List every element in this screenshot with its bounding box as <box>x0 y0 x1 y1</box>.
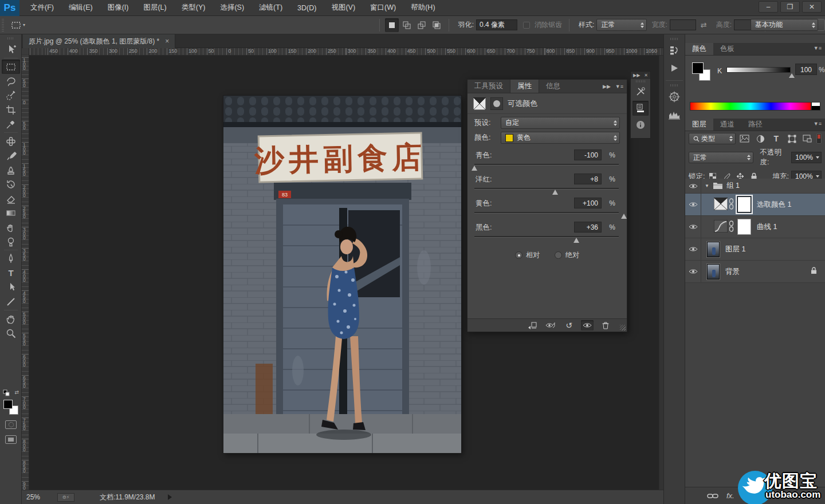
tool-brush[interactable] <box>2 148 20 163</box>
tab-properties[interactable]: 属性 <box>510 80 539 93</box>
close-dock-icon[interactable]: ✕ <box>644 73 648 78</box>
blend-mode-dropdown[interactable]: 正常 <box>689 152 753 163</box>
document-size-info[interactable]: 文档:11.9M/23.8M <box>100 493 155 502</box>
slider-thumb[interactable] <box>552 190 558 195</box>
layer-row-图层 1[interactable]: 图层 1 <box>685 238 825 261</box>
selection-mode-subtract[interactable] <box>415 18 429 32</box>
layer-visibility-toggle[interactable] <box>685 238 701 260</box>
menu-item-11[interactable]: 帮助(H) <box>403 0 442 15</box>
tool-zoom[interactable] <box>2 326 20 340</box>
reset-icon[interactable]: ↺ <box>563 320 575 330</box>
menu-item-7[interactable]: 滤镜(T) <box>252 0 290 15</box>
panel-menu-icon[interactable]: ▼≡ <box>615 84 623 89</box>
navigator-panel-icon[interactable] <box>666 89 682 104</box>
histogram-panel-icon[interactable] <box>666 107 682 122</box>
tool-stamp[interactable] <box>2 163 20 177</box>
view-previous-state-icon[interactable] <box>544 320 557 330</box>
k-slider-thumb[interactable] <box>789 73 795 78</box>
slider-value-box[interactable]: -100 <box>574 149 602 160</box>
slider-track[interactable] <box>474 212 619 214</box>
tool-eraser[interactable] <box>2 191 20 206</box>
tool-history-brush[interactable] <box>2 177 20 191</box>
layer-visibility-toggle[interactable] <box>685 179 701 193</box>
tab-color[interactable]: 颜色 <box>685 43 713 55</box>
clip-to-layer-icon[interactable] <box>526 320 539 330</box>
tab-paths[interactable]: 路径 <box>741 119 769 131</box>
tab-layers[interactable]: 图层 <box>685 119 713 131</box>
tool-type[interactable]: T <box>2 266 20 280</box>
tab-close-icon[interactable]: × <box>164 37 170 45</box>
layer-visibility-toggle[interactable] <box>685 194 701 215</box>
status-popup-arrow-icon[interactable] <box>168 494 172 500</box>
filter-type-layers-icon[interactable]: T <box>769 133 783 144</box>
slider-value-box[interactable]: +36 <box>574 222 602 233</box>
mask-icon[interactable] <box>490 97 503 110</box>
layer-thumbnail[interactable] <box>707 242 720 257</box>
swap-dimensions-icon[interactable]: ⇄ <box>701 21 707 29</box>
tool-dodge[interactable] <box>2 234 20 249</box>
layer-mask-thumbnail[interactable] <box>737 196 751 212</box>
menu-item-3[interactable]: 图像(I) <box>100 0 136 15</box>
menu-item-8[interactable]: 3D(D) <box>290 0 324 15</box>
opacity-value[interactable]: 100% <box>791 152 822 163</box>
layer-row-组 1[interactable]: ▼组 1 <box>685 179 825 194</box>
group-expand-caret[interactable]: ▼ <box>705 183 709 188</box>
menu-item-2[interactable]: 编辑(E) <box>61 0 100 15</box>
slider-value-box[interactable]: +8 <box>574 174 602 184</box>
feather-input[interactable]: 0.4 像素 <box>476 19 517 30</box>
layer-row-曲线 1[interactable]: 曲线 1 <box>685 216 825 238</box>
selection-mode-intersect[interactable] <box>430 18 443 32</box>
properties-panel-icon[interactable] <box>632 101 649 116</box>
screen-mode-button[interactable] <box>5 435 17 444</box>
k-value-box[interactable]: 100 <box>795 64 817 75</box>
quick-mask-button[interactable] <box>5 420 17 429</box>
tab-swatches[interactable]: 色板 <box>713 43 741 55</box>
menu-item-6[interactable]: 选择(S) <box>213 0 252 15</box>
menu-item-9[interactable]: 视图(V) <box>324 0 363 15</box>
vertical-scrollbar[interactable] <box>659 56 663 490</box>
layer-row-选取颜色 1[interactable]: 选取颜色 1 <box>685 194 825 216</box>
menu-item-10[interactable]: 窗口(W) <box>363 0 403 15</box>
layer-visibility-toggle[interactable] <box>685 216 701 238</box>
panel-menu-icon[interactable]: ▼≡ <box>814 43 825 55</box>
tab-info[interactable]: 信息 <box>539 80 567 93</box>
filter-adjustment-layers-icon[interactable] <box>754 133 767 144</box>
slider-thumb[interactable] <box>472 166 477 171</box>
layer-visibility-toggle[interactable] <box>685 261 701 282</box>
tool-preset-button[interactable]: ▾ <box>9 18 27 32</box>
color-spectrum-bar[interactable] <box>690 102 811 111</box>
tool-hand[interactable] <box>2 312 20 326</box>
selection-mode-new[interactable] <box>385 18 399 32</box>
horizontal-ruler[interactable]: 4504003503002502001501005005010015020025… <box>29 48 663 56</box>
filter-type-dropdown[interactable]: 类型 <box>689 133 736 144</box>
link-layers-icon[interactable] <box>707 493 718 499</box>
close-button[interactable]: ✕ <box>802 1 822 13</box>
filter-toggle-switch[interactable] <box>816 133 822 144</box>
swap-colors-icon[interactable]: ⇄ <box>14 389 19 397</box>
history-panel-icon[interactable] <box>666 43 682 58</box>
visibility-eye-icon[interactable] <box>581 320 594 330</box>
slider-track[interactable] <box>474 164 619 166</box>
restore-button[interactable]: ❐ <box>780 1 800 13</box>
actions-panel-icon[interactable] <box>666 61 682 76</box>
slider-thumb[interactable] <box>573 238 579 243</box>
ruler-corner[interactable] <box>22 48 29 56</box>
vertical-ruler[interactable]: 1 0 05 005 01 0 01 5 02 0 02 5 03 0 03 5… <box>22 56 29 490</box>
filter-smart-objects-icon[interactable] <box>801 133 814 144</box>
tool-smudge[interactable] <box>2 220 20 234</box>
collapse-panel-icon[interactable]: ▶▶ <box>603 84 611 89</box>
info-panel-icon[interactable] <box>632 117 649 132</box>
filter-shape-layers-icon[interactable] <box>785 133 798 144</box>
foreground-color-swatch[interactable] <box>692 62 704 74</box>
workspace-switcher[interactable]: 基本功能 <box>751 19 818 31</box>
default-colors-icon[interactable] <box>3 389 10 396</box>
expand-dock-icon[interactable]: ▶▶ <box>633 73 640 78</box>
preset-dropdown[interactable]: 自定 <box>501 117 620 129</box>
menu-item-1[interactable]: 文件(F) <box>23 0 61 15</box>
tool-presets-panel-icon[interactable] <box>632 84 649 99</box>
layer-style-fx-icon[interactable]: fx. <box>726 491 734 500</box>
tool-shape[interactable] <box>2 294 20 309</box>
tool-pen[interactable] <box>2 251 20 266</box>
slider-track[interactable] <box>474 188 619 190</box>
zoom-level[interactable]: 25% <box>26 493 40 501</box>
